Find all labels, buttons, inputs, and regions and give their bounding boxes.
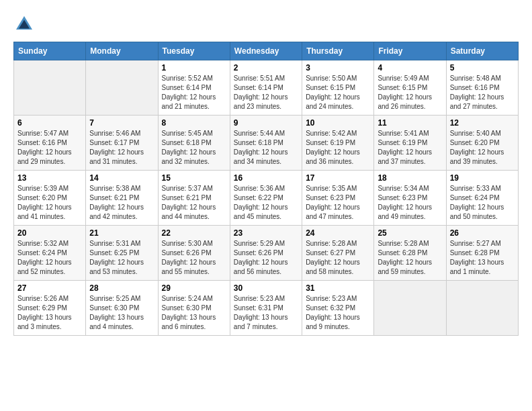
day-number: 22 [162,228,226,238]
calendar-week-4: 20Sunrise: 5:32 AM Sunset: 6:24 PM Dayli… [14,226,519,281]
calendar-cell: 13Sunrise: 5:39 AM Sunset: 6:20 PM Dayli… [14,171,86,226]
day-number: 4 [378,63,442,73]
calendar-cell: 3Sunrise: 5:50 AM Sunset: 6:15 PM Daylig… [302,60,374,116]
day-number: 12 [450,118,515,128]
day-number: 15 [162,173,226,183]
day-number: 5 [450,63,515,73]
day-info: Sunrise: 5:26 AM Sunset: 6:29 PM Dayligh… [17,294,82,332]
day-info: Sunrise: 5:36 AM Sunset: 6:22 PM Dayligh… [234,184,298,222]
day-number: 13 [17,173,82,183]
calendar-cell: 8Sunrise: 5:45 AM Sunset: 6:18 PM Daylig… [158,116,230,171]
day-number: 2 [234,63,298,73]
day-number: 25 [378,228,442,238]
day-info: Sunrise: 5:45 AM Sunset: 6:18 PM Dayligh… [162,129,226,167]
day-number: 14 [89,173,154,183]
calendar-cell [446,281,518,336]
day-info: Sunrise: 5:34 AM Sunset: 6:23 PM Dayligh… [378,184,442,222]
calendar-cell: 18Sunrise: 5:34 AM Sunset: 6:23 PM Dayli… [374,171,446,226]
day-info: Sunrise: 5:23 AM Sunset: 6:32 PM Dayligh… [306,294,370,332]
calendar-week-1: 1Sunrise: 5:52 AM Sunset: 6:14 PM Daylig… [14,60,519,116]
calendar-cell: 10Sunrise: 5:42 AM Sunset: 6:19 PM Dayli… [302,116,374,171]
day-info: Sunrise: 5:42 AM Sunset: 6:19 PM Dayligh… [306,129,370,167]
calendar-cell: 9Sunrise: 5:44 AM Sunset: 6:18 PM Daylig… [230,116,302,171]
day-info: Sunrise: 5:48 AM Sunset: 6:16 PM Dayligh… [450,74,515,111]
page-header [13,13,519,35]
col-header-monday: Monday [86,42,158,60]
day-info: Sunrise: 5:37 AM Sunset: 6:21 PM Dayligh… [162,184,226,222]
calendar-cell: 12Sunrise: 5:40 AM Sunset: 6:20 PM Dayli… [446,116,518,171]
day-info: Sunrise: 5:46 AM Sunset: 6:17 PM Dayligh… [89,129,154,167]
day-info: Sunrise: 5:32 AM Sunset: 6:24 PM Dayligh… [17,239,82,277]
calendar-cell: 26Sunrise: 5:27 AM Sunset: 6:28 PM Dayli… [446,226,518,281]
calendar-cell: 21Sunrise: 5:31 AM Sunset: 6:25 PM Dayli… [86,226,158,281]
day-number: 3 [306,63,370,73]
day-info: Sunrise: 5:30 AM Sunset: 6:26 PM Dayligh… [162,239,226,277]
day-info: Sunrise: 5:35 AM Sunset: 6:23 PM Dayligh… [306,184,370,222]
calendar-cell: 15Sunrise: 5:37 AM Sunset: 6:21 PM Dayli… [158,171,230,226]
day-info: Sunrise: 5:49 AM Sunset: 6:15 PM Dayligh… [378,74,442,111]
day-info: Sunrise: 5:40 AM Sunset: 6:20 PM Dayligh… [450,129,515,167]
calendar-cell: 31Sunrise: 5:23 AM Sunset: 6:32 PM Dayli… [302,281,374,336]
day-info: Sunrise: 5:28 AM Sunset: 6:28 PM Dayligh… [378,239,442,277]
calendar-week-2: 6Sunrise: 5:47 AM Sunset: 6:16 PM Daylig… [14,116,519,171]
col-header-thursday: Thursday [302,42,374,60]
calendar-cell: 28Sunrise: 5:25 AM Sunset: 6:30 PM Dayli… [86,281,158,336]
day-number: 18 [378,173,442,183]
day-number: 19 [450,173,515,183]
calendar-cell: 25Sunrise: 5:28 AM Sunset: 6:28 PM Dayli… [374,226,446,281]
day-number: 10 [306,118,370,128]
day-number: 16 [234,173,298,183]
col-header-saturday: Saturday [446,42,518,60]
calendar-week-5: 27Sunrise: 5:26 AM Sunset: 6:29 PM Dayli… [14,281,519,336]
logo [13,13,38,35]
calendar-cell [14,60,86,116]
day-info: Sunrise: 5:24 AM Sunset: 6:30 PM Dayligh… [162,294,226,332]
calendar-cell: 30Sunrise: 5:23 AM Sunset: 6:31 PM Dayli… [230,281,302,336]
calendar-cell [86,60,158,116]
day-number: 27 [17,283,82,293]
day-number: 21 [89,228,154,238]
calendar-cell: 19Sunrise: 5:33 AM Sunset: 6:24 PM Dayli… [446,171,518,226]
day-info: Sunrise: 5:28 AM Sunset: 6:27 PM Dayligh… [306,239,370,277]
day-number: 9 [234,118,298,128]
day-info: Sunrise: 5:41 AM Sunset: 6:19 PM Dayligh… [378,129,442,167]
calendar-cell: 24Sunrise: 5:28 AM Sunset: 6:27 PM Dayli… [302,226,374,281]
calendar-cell: 27Sunrise: 5:26 AM Sunset: 6:29 PM Dayli… [14,281,86,336]
day-info: Sunrise: 5:51 AM Sunset: 6:14 PM Dayligh… [234,74,298,111]
col-header-tuesday: Tuesday [158,42,230,60]
col-header-wednesday: Wednesday [230,42,302,60]
day-info: Sunrise: 5:25 AM Sunset: 6:30 PM Dayligh… [89,294,154,332]
calendar-cell: 22Sunrise: 5:30 AM Sunset: 6:26 PM Dayli… [158,226,230,281]
calendar-cell: 23Sunrise: 5:29 AM Sunset: 6:26 PM Dayli… [230,226,302,281]
day-number: 11 [378,118,442,128]
calendar-cell: 6Sunrise: 5:47 AM Sunset: 6:16 PM Daylig… [14,116,86,171]
day-number: 23 [234,228,298,238]
day-number: 8 [162,118,226,128]
day-info: Sunrise: 5:29 AM Sunset: 6:26 PM Dayligh… [234,239,298,277]
logo-icon [13,13,35,35]
day-info: Sunrise: 5:33 AM Sunset: 6:24 PM Dayligh… [450,184,515,222]
day-number: 6 [17,118,82,128]
day-info: Sunrise: 5:39 AM Sunset: 6:20 PM Dayligh… [17,184,82,222]
day-info: Sunrise: 5:38 AM Sunset: 6:21 PM Dayligh… [89,184,154,222]
day-info: Sunrise: 5:31 AM Sunset: 6:25 PM Dayligh… [89,239,154,277]
day-number: 29 [162,283,226,293]
col-header-friday: Friday [374,42,446,60]
day-number: 24 [306,228,370,238]
day-info: Sunrise: 5:52 AM Sunset: 6:14 PM Dayligh… [162,74,226,111]
day-info: Sunrise: 5:47 AM Sunset: 6:16 PM Dayligh… [17,129,82,167]
calendar-cell [374,281,446,336]
calendar-cell: 5Sunrise: 5:48 AM Sunset: 6:16 PM Daylig… [446,60,518,116]
calendar-cell: 4Sunrise: 5:49 AM Sunset: 6:15 PM Daylig… [374,60,446,116]
calendar-cell: 20Sunrise: 5:32 AM Sunset: 6:24 PM Dayli… [14,226,86,281]
day-number: 17 [306,173,370,183]
calendar-cell: 2Sunrise: 5:51 AM Sunset: 6:14 PM Daylig… [230,60,302,116]
day-info: Sunrise: 5:27 AM Sunset: 6:28 PM Dayligh… [450,239,515,277]
calendar-cell: 16Sunrise: 5:36 AM Sunset: 6:22 PM Dayli… [230,171,302,226]
calendar-header-row: SundayMondayTuesdayWednesdayThursdayFrid… [14,42,519,60]
day-number: 20 [17,228,82,238]
day-number: 1 [162,63,226,73]
calendar-cell: 7Sunrise: 5:46 AM Sunset: 6:17 PM Daylig… [86,116,158,171]
col-header-sunday: Sunday [14,42,86,60]
day-number: 30 [234,283,298,293]
